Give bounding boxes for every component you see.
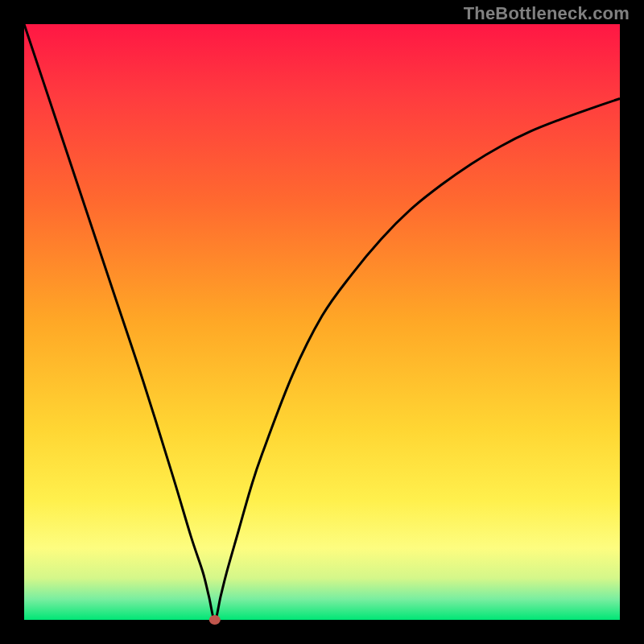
minimum-marker <box>209 615 221 625</box>
watermark-text: TheBottleneck.com <box>464 3 630 24</box>
plot-background <box>24 24 620 620</box>
bottleneck-chart <box>0 0 644 644</box>
chart-frame: TheBottleneck.com <box>0 0 644 644</box>
